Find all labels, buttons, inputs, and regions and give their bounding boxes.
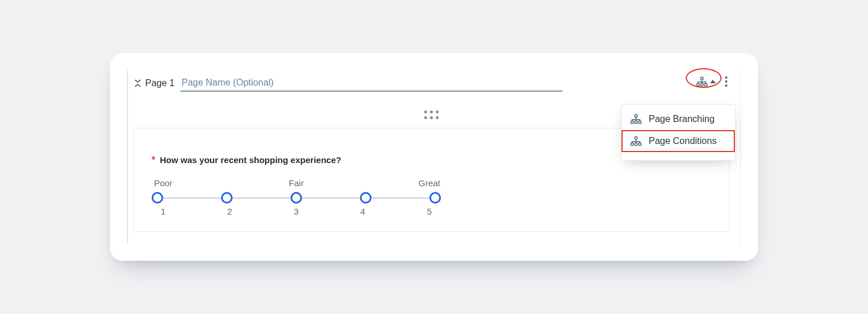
page-header: Page 1 [134,75,730,91]
collapse-icon [134,79,142,87]
page-card: Page 1 [110,53,758,261]
scale-num-5: 5 [418,206,441,216]
svg-rect-10 [635,143,637,145]
caret-up-icon [710,80,716,83]
hierarchy-icon [630,114,642,124]
scale-anchor-labels: Poor Fair Great [152,178,441,188]
dropdown-item-page-conditions[interactable]: Page Conditions [621,130,735,152]
scale-label-left: Poor [152,178,175,188]
svg-rect-11 [639,143,641,145]
page-inner: Page 1 [127,71,741,243]
svg-rect-0 [701,77,703,80]
scale-label-mid: Fair [285,178,308,188]
required-star: * [152,155,155,165]
dropdown-item-page-branching[interactable]: Page Branching [621,108,735,130]
page-more-button[interactable] [723,74,730,89]
page-label-text: Page 1 [145,78,175,88]
scale-num-2: 2 [218,206,241,216]
scale-track [152,191,441,204]
svg-rect-3 [705,83,707,86]
scale-num-1: 1 [152,206,175,216]
scale-option-2[interactable] [221,192,233,204]
scale-number-labels: 1 2 3 4 5 [152,206,441,216]
svg-rect-1 [697,83,699,86]
svg-rect-8 [635,137,637,139]
svg-rect-9 [631,143,633,145]
scale-option-1[interactable] [152,192,163,204]
rating-scale: Poor Fair Great 1 2 3 4 [152,178,441,216]
page-logic-button[interactable] [694,75,718,88]
dropdown-item-label: Page Conditions [649,136,716,146]
hierarchy-icon [696,76,708,87]
page-name-input[interactable] [181,75,562,91]
scale-num-3: 3 [285,206,308,216]
hierarchy-icon [630,136,642,146]
scale-option-3[interactable] [290,192,302,204]
scale-label-right: Great [418,178,441,188]
scale-option-4[interactable] [360,192,372,204]
question-text: How was your recent shopping experience? [160,155,341,165]
svg-rect-5 [631,121,633,123]
svg-rect-6 [635,121,637,123]
scale-num-4: 4 [351,206,374,216]
page-logic-dropdown: Page Branching Page Conditions [621,104,735,161]
svg-rect-2 [701,83,703,86]
page-header-actions [694,74,730,89]
svg-rect-7 [639,121,641,123]
dropdown-item-label: Page Branching [649,114,715,124]
page-collapse-toggle[interactable]: Page 1 [134,78,175,88]
scale-option-5[interactable] [429,192,441,204]
drag-handle-icon[interactable] [424,110,439,120]
svg-rect-4 [635,115,637,117]
